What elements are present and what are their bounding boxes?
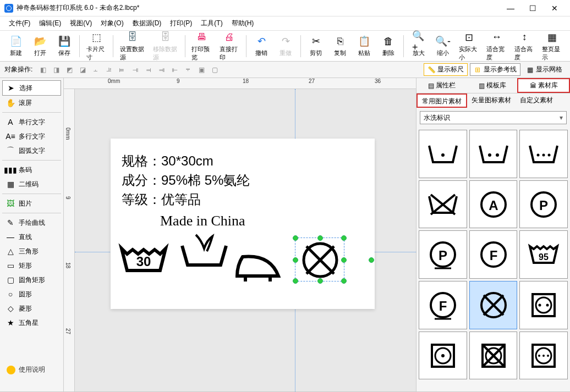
canvas-content[interactable]: 规格：30*30cm 成分：95%棉 5%氨纶 等级：优等品 Made in C… xyxy=(75,89,416,391)
show-grid-toggle[interactable]: ▦显示网格 xyxy=(523,64,566,75)
save-button[interactable]: 💾保存 xyxy=(53,34,76,58)
zoomout-button[interactable]: 🔍-缩小 xyxy=(431,34,454,58)
align-middle-icon[interactable]: ⫤ xyxy=(142,64,155,76)
material-item[interactable] xyxy=(469,332,518,380)
material-item[interactable] xyxy=(419,332,467,380)
singletext-tool[interactable]: A单行文字 xyxy=(2,115,61,129)
align-top-icon[interactable]: ⫣ xyxy=(129,64,141,76)
material-item[interactable] xyxy=(519,281,568,329)
wash-30-icon[interactable]: 30 xyxy=(116,238,171,281)
rhombus-tool[interactable]: ◇菱形 xyxy=(2,301,61,316)
removedata-button[interactable]: 🗄移除数据源 xyxy=(150,30,182,63)
distribute-h-icon[interactable]: ⫦ xyxy=(169,64,181,76)
material-item[interactable] xyxy=(469,130,518,178)
freehand-tool[interactable]: ✎手绘曲线 xyxy=(2,216,61,230)
group-icon[interactable]: ▣ xyxy=(195,64,207,76)
menu-object[interactable]: 对象(O) xyxy=(96,16,128,30)
star-tool[interactable]: ★五角星 xyxy=(2,316,61,330)
show-guides-toggle[interactable]: ⊞显示参考线 xyxy=(470,63,520,76)
new-button[interactable]: 📄新建 xyxy=(4,34,28,58)
layer-back-icon[interactable]: ◩ xyxy=(63,64,75,76)
cut-button[interactable]: ✂剪切 xyxy=(304,34,327,58)
menu-datasource[interactable]: 数据源(D) xyxy=(128,16,166,30)
copy-button[interactable]: ⎘复制 xyxy=(328,34,352,58)
handle-sw[interactable] xyxy=(293,278,298,284)
tab-materials[interactable]: 🏛素材库 xyxy=(517,78,570,93)
triangle-tool[interactable]: △三角形 xyxy=(2,244,61,258)
align-center-icon[interactable]: ⫡ xyxy=(103,64,115,76)
paste-button[interactable]: 📋粘贴 xyxy=(353,34,376,58)
tab-properties[interactable]: ▤属性栏 xyxy=(416,78,467,93)
material-item[interactable]: 95 xyxy=(519,230,568,279)
menu-print[interactable]: 打印(P) xyxy=(166,16,196,30)
iron-icon[interactable] xyxy=(232,249,287,287)
distribute-v-icon[interactable]: ⫧ xyxy=(182,64,194,76)
handle-se[interactable] xyxy=(341,278,347,284)
line-tool[interactable]: —直线 xyxy=(2,230,61,244)
redo-button[interactable]: ↷重做 xyxy=(274,34,297,58)
fitwidth-button[interactable]: ↔适合宽度 xyxy=(483,30,510,63)
handle-n[interactable] xyxy=(317,235,323,241)
material-item[interactable] xyxy=(419,130,467,178)
handle-rotate[interactable] xyxy=(369,257,374,263)
pan-tool[interactable]: ✋滚屏 xyxy=(2,96,61,110)
actualsize-button[interactable]: ⊡实际大小 xyxy=(456,30,483,63)
image-tool[interactable]: 🖼图片 xyxy=(2,196,61,211)
material-item[interactable] xyxy=(519,332,568,380)
card-line2[interactable]: 成分：95%棉 5%氨纶 xyxy=(122,172,250,189)
undo-button[interactable]: ↶撤销 xyxy=(250,34,273,58)
material-item[interactable] xyxy=(419,180,467,229)
open-button[interactable]: 📂打开 xyxy=(29,34,52,58)
close-button[interactable]: ✕ xyxy=(544,1,566,16)
material-item[interactable]: F xyxy=(469,230,518,279)
layer-toback-icon[interactable]: ◪ xyxy=(76,64,89,76)
material-item[interactable]: F xyxy=(419,281,467,329)
cardsize-button[interactable]: ⬚卡片尺寸 xyxy=(83,30,110,63)
delete-button[interactable]: 🗑删除 xyxy=(377,34,400,58)
arctext-tool[interactable]: ⌒圆弧文字 xyxy=(2,143,61,158)
roundrect-tool[interactable]: ▢圆角矩形 xyxy=(2,273,61,287)
setdata-button[interactable]: 🗄设置数据源 xyxy=(117,30,149,63)
layer-front-icon[interactable]: ◧ xyxy=(37,64,49,76)
handle-e[interactable] xyxy=(341,257,347,263)
fitheight-button[interactable]: ↕适合高度 xyxy=(511,30,538,63)
selected-object[interactable] xyxy=(295,238,344,281)
material-item[interactable] xyxy=(519,130,568,178)
menu-edit[interactable]: 编辑(E) xyxy=(35,16,65,30)
align-right-icon[interactable]: ⫢ xyxy=(116,64,128,76)
directprint-button[interactable]: 🖨直接打印 xyxy=(216,30,243,63)
select-tool[interactable]: ➤选择 xyxy=(2,80,61,96)
handle-nw[interactable] xyxy=(293,235,298,241)
show-ruler-toggle[interactable]: 📏显示标尺 xyxy=(424,63,468,76)
material-item[interactable]: P xyxy=(419,230,467,279)
subtab-vector[interactable]: 矢量图标素材 xyxy=(467,93,516,108)
handle-ne[interactable] xyxy=(341,235,347,241)
qrcode-tool[interactable]: ▦二维码 xyxy=(2,177,61,191)
help-button[interactable]: 使用说明 xyxy=(3,362,48,378)
menu-view[interactable]: 视图(V) xyxy=(65,16,96,30)
label-card[interactable]: 规格：30*30cm 成分：95%棉 5%氨纶 等级：优等品 Made in C… xyxy=(111,139,375,309)
ellipse-tool[interactable]: ○圆形 xyxy=(2,287,61,301)
handle-w[interactable] xyxy=(293,257,298,263)
multitext-tool[interactable]: A≡多行文字 xyxy=(2,129,61,143)
material-item[interactable]: A xyxy=(469,180,518,229)
canvas-area[interactable]: 0mm 9 18 27 36 0mm 9 18 27 规格：30*30cm 成分… xyxy=(64,78,416,391)
layer-middle-icon[interactable]: ◨ xyxy=(50,64,62,76)
preview-button[interactable]: 🖶打印预览 xyxy=(188,30,215,63)
handle-s[interactable] xyxy=(317,278,323,284)
tab-templates[interactable]: ▥模板库 xyxy=(467,78,518,93)
handwash-icon[interactable] xyxy=(177,232,232,276)
minimize-button[interactable]: — xyxy=(500,1,522,16)
subtab-custom[interactable]: 自定义素材 xyxy=(516,93,557,108)
material-item-selected[interactable] xyxy=(469,281,518,329)
menu-help[interactable]: 帮助(H) xyxy=(227,16,259,30)
subtab-common[interactable]: 常用图片素材 xyxy=(416,93,467,108)
material-category-select[interactable]: 水洗标识 xyxy=(420,111,567,124)
zoomin-button[interactable]: 🔍+放大 xyxy=(407,34,430,58)
barcode-tool[interactable]: ▮▮▮条码 xyxy=(2,163,61,177)
card-line3[interactable]: 等级：优等品 xyxy=(122,191,201,208)
align-left-icon[interactable]: ⫠ xyxy=(90,64,102,76)
material-item[interactable]: P xyxy=(519,180,568,229)
card-line4[interactable]: Made in China xyxy=(160,213,245,229)
menu-tools[interactable]: 工具(T) xyxy=(196,16,227,30)
